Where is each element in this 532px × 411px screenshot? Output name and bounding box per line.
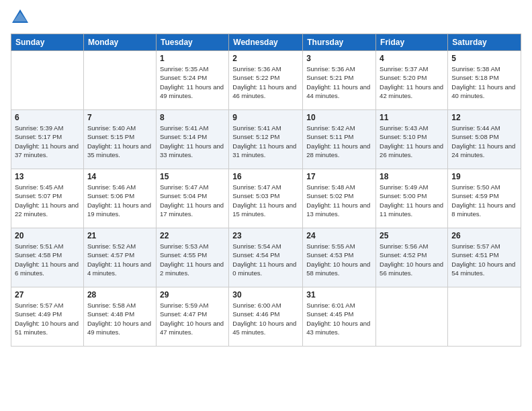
- calendar-cell: 19Sunrise: 5:50 AM Sunset: 4:59 PM Dayli…: [448, 169, 521, 228]
- day-number: 12: [451, 113, 517, 122]
- day-number: 22: [160, 231, 225, 240]
- day-number: 20: [15, 231, 80, 240]
- day-info: Sunrise: 5:48 AM Sunset: 5:02 PM Dayligh…: [306, 183, 372, 218]
- calendar-cell: 2Sunrise: 5:36 AM Sunset: 5:22 PM Daylig…: [229, 51, 303, 110]
- calendar-cell: 6Sunrise: 5:39 AM Sunset: 5:17 PM Daylig…: [11, 110, 84, 169]
- calendar-cell: 31Sunrise: 6:01 AM Sunset: 4:45 PM Dayli…: [303, 287, 376, 347]
- day-info: Sunrise: 5:46 AM Sunset: 5:06 PM Dayligh…: [87, 183, 152, 218]
- calendar-body: 1Sunrise: 5:35 AM Sunset: 5:24 PM Daylig…: [11, 51, 521, 347]
- calendar-week-row: 1Sunrise: 5:35 AM Sunset: 5:24 PM Daylig…: [11, 51, 521, 110]
- calendar-cell: 12Sunrise: 5:44 AM Sunset: 5:08 PM Dayli…: [448, 110, 521, 169]
- svg-marker-1: [13, 12, 27, 21]
- day-info: Sunrise: 5:51 AM Sunset: 4:58 PM Dayligh…: [15, 242, 80, 277]
- day-number: 15: [160, 172, 225, 181]
- day-info: Sunrise: 5:41 AM Sunset: 5:14 PM Dayligh…: [160, 124, 225, 159]
- day-info: Sunrise: 5:42 AM Sunset: 5:11 PM Dayligh…: [306, 124, 372, 159]
- calendar-cell: 9Sunrise: 5:41 AM Sunset: 5:12 PM Daylig…: [229, 110, 303, 169]
- day-info: Sunrise: 5:36 AM Sunset: 5:21 PM Dayligh…: [306, 64, 372, 100]
- weekday-header: Thursday: [303, 34, 376, 51]
- header: [11, 8, 521, 27]
- weekday-header: Tuesday: [156, 34, 228, 51]
- calendar-week-row: 13Sunrise: 5:45 AM Sunset: 5:07 PM Dayli…: [11, 169, 521, 228]
- day-number: 21: [87, 231, 152, 240]
- calendar-cell: 15Sunrise: 5:47 AM Sunset: 5:04 PM Dayli…: [156, 169, 228, 228]
- calendar-cell: 29Sunrise: 5:59 AM Sunset: 4:47 PM Dayli…: [156, 287, 228, 347]
- calendar-table: SundayMondayTuesdayWednesdayThursdayFrid…: [11, 34, 521, 347]
- calendar-cell: 23Sunrise: 5:54 AM Sunset: 4:54 PM Dayli…: [229, 228, 303, 287]
- calendar-cell: 25Sunrise: 5:56 AM Sunset: 4:52 PM Dayli…: [376, 228, 448, 287]
- day-info: Sunrise: 5:57 AM Sunset: 4:51 PM Dayligh…: [451, 242, 517, 277]
- day-info: Sunrise: 5:39 AM Sunset: 5:17 PM Dayligh…: [15, 124, 80, 159]
- day-number: 23: [232, 231, 299, 240]
- day-number: 18: [380, 172, 444, 181]
- day-info: Sunrise: 5:35 AM Sunset: 5:24 PM Dayligh…: [160, 64, 225, 100]
- day-number: 30: [232, 290, 299, 300]
- calendar-cell: 1Sunrise: 5:35 AM Sunset: 5:24 PM Daylig…: [156, 51, 228, 110]
- day-info: Sunrise: 6:01 AM Sunset: 4:45 PM Dayligh…: [306, 301, 372, 336]
- day-number: 1: [160, 54, 225, 63]
- weekday-header: Wednesday: [229, 34, 303, 51]
- day-info: Sunrise: 5:47 AM Sunset: 5:03 PM Dayligh…: [232, 183, 299, 218]
- calendar-cell: 10Sunrise: 5:42 AM Sunset: 5:11 PM Dayli…: [303, 110, 376, 169]
- day-info: Sunrise: 5:57 AM Sunset: 4:49 PM Dayligh…: [15, 301, 80, 336]
- calendar-cell: 17Sunrise: 5:48 AM Sunset: 5:02 PM Dayli…: [303, 169, 376, 228]
- day-number: 3: [306, 54, 372, 63]
- day-number: 26: [451, 231, 517, 240]
- day-info: Sunrise: 5:37 AM Sunset: 5:20 PM Dayligh…: [380, 64, 444, 100]
- day-info: Sunrise: 5:54 AM Sunset: 4:54 PM Dayligh…: [232, 242, 299, 277]
- day-number: 28: [87, 290, 152, 300]
- calendar-cell: 30Sunrise: 6:00 AM Sunset: 4:46 PM Dayli…: [229, 287, 303, 347]
- day-number: 31: [306, 290, 372, 300]
- day-info: Sunrise: 5:45 AM Sunset: 5:07 PM Dayligh…: [15, 183, 80, 218]
- calendar-cell: 3Sunrise: 5:36 AM Sunset: 5:21 PM Daylig…: [303, 51, 376, 110]
- calendar-cell: 28Sunrise: 5:58 AM Sunset: 4:48 PM Dayli…: [83, 287, 156, 347]
- calendar-cell: 7Sunrise: 5:40 AM Sunset: 5:15 PM Daylig…: [83, 110, 156, 169]
- day-number: 13: [15, 172, 80, 181]
- day-number: 7: [87, 113, 152, 122]
- day-number: 6: [15, 113, 80, 122]
- calendar-cell: 14Sunrise: 5:46 AM Sunset: 5:06 PM Dayli…: [83, 169, 156, 228]
- calendar-cell: 11Sunrise: 5:43 AM Sunset: 5:10 PM Dayli…: [376, 110, 448, 169]
- calendar-cell: 4Sunrise: 5:37 AM Sunset: 5:20 PM Daylig…: [376, 51, 448, 110]
- calendar-cell: [376, 287, 448, 347]
- day-info: Sunrise: 5:58 AM Sunset: 4:48 PM Dayligh…: [87, 301, 152, 336]
- calendar-cell: 26Sunrise: 5:57 AM Sunset: 4:51 PM Dayli…: [448, 228, 521, 287]
- day-info: Sunrise: 6:00 AM Sunset: 4:46 PM Dayligh…: [232, 301, 299, 336]
- day-number: 29: [160, 290, 225, 300]
- day-info: Sunrise: 5:55 AM Sunset: 4:53 PM Dayligh…: [306, 242, 372, 277]
- day-number: 25: [380, 231, 444, 240]
- day-number: 2: [232, 54, 299, 63]
- day-number: 5: [451, 54, 517, 63]
- calendar-cell: 27Sunrise: 5:57 AM Sunset: 4:49 PM Dayli…: [11, 287, 84, 347]
- calendar-cell: 22Sunrise: 5:53 AM Sunset: 4:55 PM Dayli…: [156, 228, 228, 287]
- calendar-cell: 13Sunrise: 5:45 AM Sunset: 5:07 PM Dayli…: [11, 169, 84, 228]
- calendar-cell: 16Sunrise: 5:47 AM Sunset: 5:03 PM Dayli…: [229, 169, 303, 228]
- day-info: Sunrise: 5:43 AM Sunset: 5:10 PM Dayligh…: [380, 124, 444, 159]
- day-info: Sunrise: 5:56 AM Sunset: 4:52 PM Dayligh…: [380, 242, 444, 277]
- day-number: 16: [232, 172, 299, 181]
- calendar-week-row: 27Sunrise: 5:57 AM Sunset: 4:49 PM Dayli…: [11, 287, 521, 347]
- calendar-cell: 24Sunrise: 5:55 AM Sunset: 4:53 PM Dayli…: [303, 228, 376, 287]
- calendar-week-row: 6Sunrise: 5:39 AM Sunset: 5:17 PM Daylig…: [11, 110, 521, 169]
- calendar-cell: 5Sunrise: 5:38 AM Sunset: 5:18 PM Daylig…: [448, 51, 521, 110]
- calendar-header-row: SundayMondayTuesdayWednesdayThursdayFrid…: [11, 34, 521, 51]
- day-info: Sunrise: 5:38 AM Sunset: 5:18 PM Dayligh…: [451, 64, 517, 100]
- day-info: Sunrise: 5:41 AM Sunset: 5:12 PM Dayligh…: [232, 124, 299, 159]
- calendar-cell: [11, 51, 84, 110]
- day-info: Sunrise: 5:53 AM Sunset: 4:55 PM Dayligh…: [160, 242, 225, 277]
- day-info: Sunrise: 5:44 AM Sunset: 5:08 PM Dayligh…: [451, 124, 517, 159]
- day-number: 19: [451, 172, 517, 181]
- day-info: Sunrise: 5:59 AM Sunset: 4:47 PM Dayligh…: [160, 301, 225, 336]
- calendar-week-row: 20Sunrise: 5:51 AM Sunset: 4:58 PM Dayli…: [11, 228, 521, 287]
- day-number: 9: [232, 113, 299, 122]
- weekday-header: Sunday: [11, 34, 84, 51]
- day-number: 27: [15, 290, 80, 300]
- calendar-cell: 21Sunrise: 5:52 AM Sunset: 4:57 PM Dayli…: [83, 228, 156, 287]
- day-number: 11: [380, 113, 444, 122]
- logo-icon: [11, 8, 30, 27]
- day-info: Sunrise: 5:50 AM Sunset: 4:59 PM Dayligh…: [451, 183, 517, 218]
- day-number: 24: [306, 231, 372, 240]
- calendar-cell: [83, 51, 156, 110]
- calendar-cell: 20Sunrise: 5:51 AM Sunset: 4:58 PM Dayli…: [11, 228, 84, 287]
- day-info: Sunrise: 5:36 AM Sunset: 5:22 PM Dayligh…: [232, 64, 299, 100]
